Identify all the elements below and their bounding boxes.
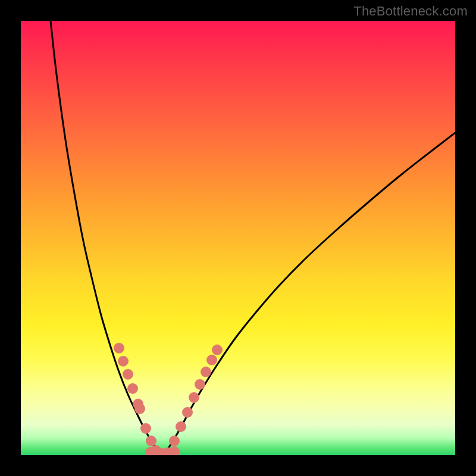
data-dot [140, 423, 151, 434]
data-dot [118, 356, 129, 367]
data-dot [212, 345, 223, 355]
data-dot [195, 379, 205, 390]
data-dot [114, 343, 124, 353]
chart-svg [21, 21, 455, 455]
data-dot [169, 436, 180, 446]
data-dot [201, 367, 211, 377]
data-dot [176, 421, 186, 432]
watermark-text: TheBottleneck.com [353, 4, 468, 19]
data-dot [182, 407, 193, 418]
data-dot [146, 436, 156, 446]
data-dot [206, 355, 217, 365]
plot-area [21, 21, 455, 455]
data-dot [127, 383, 138, 394]
data-dot [189, 392, 199, 403]
chart-frame: TheBottleneck.com [0, 0, 476, 476]
data-dot [169, 446, 180, 455]
curve-right-curve [164, 133, 455, 455]
data-dot [134, 403, 145, 414]
data-dot [123, 369, 133, 380]
curve-left-curve [51, 21, 164, 455]
